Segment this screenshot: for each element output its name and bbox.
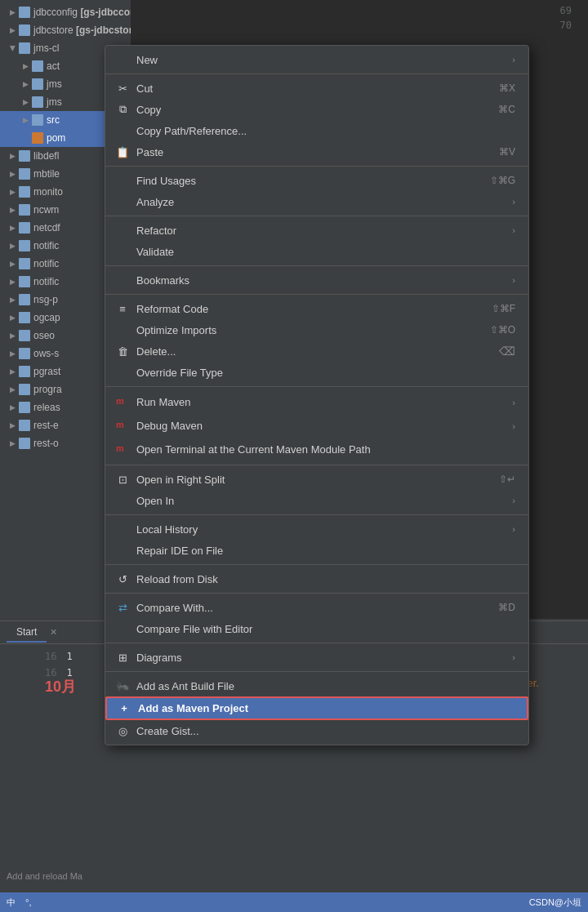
folder-icon — [19, 384, 30, 395]
menu-item-validate[interactable]: Validate — [105, 241, 528, 262]
status-degree: °, — [25, 897, 31, 907]
cut-shortcut: ⌘X — [499, 82, 515, 94]
ant-icon: 🐜 — [115, 680, 130, 692]
menu-item-bookmarks-label: Bookmarks — [136, 274, 506, 287]
status-zh: 中 — [7, 896, 16, 909]
paste-shortcut: ⌘V — [499, 146, 515, 158]
tree-label: notific — [33, 240, 59, 251]
maven-run-icon: m — [115, 394, 130, 410]
tree-label: netcdf — [33, 222, 60, 234]
menu-item-paste[interactable]: 📋 Paste ⌘V — [105, 141, 528, 162]
delete-icon: 🗑 — [115, 345, 130, 358]
folder-icon — [19, 42, 30, 54]
tree-arrow: ▶ — [10, 188, 16, 196]
menu-item-optimize[interactable]: Optimize Imports ⇧⌘O — [105, 319, 528, 340]
arrow-icon: › — [512, 421, 515, 431]
context-menu: New › ✂ Cut ⌘X ⧉ Copy ⌘C Copy Path/Refer… — [105, 45, 529, 745]
folder-icon — [19, 24, 30, 36]
folder-icon — [19, 240, 30, 251]
tree-label: oseo — [33, 330, 55, 341]
menu-item-new-label: New — [136, 54, 506, 66]
menu-item-creategist-label: Create Gist... — [136, 725, 515, 737]
menu-item-copy[interactable]: ⧉ Copy ⌘C — [105, 99, 528, 120]
menu-item-localhistory[interactable]: Local History › — [105, 518, 528, 540]
tree-arrow: ▶ — [10, 206, 16, 214]
folder-icon — [19, 222, 30, 234]
menu-item-override[interactable]: Override File Type — [105, 362, 528, 383]
tree-label: notific — [33, 276, 59, 287]
menu-item-cut[interactable]: ✂ Cut ⌘X — [105, 78, 528, 99]
tree-arrow: ▶ — [10, 242, 16, 250]
status-bar: 中 °, CSDN@小垣 — [0, 892, 588, 912]
tree-arrow: ▶ — [10, 26, 16, 34]
menu-item-cut-label: Cut — [136, 82, 473, 95]
menu-item-refactor-label: Refactor — [136, 225, 506, 237]
tree-label: jms — [47, 78, 62, 90]
tree-label: jms-cl — [33, 42, 59, 54]
arrow-icon: › — [512, 496, 515, 505]
menu-item-refactor[interactable]: Refactor › — [105, 220, 528, 241]
maven-add-icon: + — [117, 702, 131, 714]
menu-item-bookmarks[interactable]: Bookmarks › — [105, 269, 528, 291]
tree-item-jdbcstore[interactable]: ▶ jdbcstore [gs-jdbcstore] — [0, 21, 131, 39]
arrow-icon: › — [512, 225, 515, 235]
divider — [105, 216, 528, 216]
tree-item-jdbcconfig[interactable]: ▶ jdbcconfig [gs-jdbcconfig] — [0, 3, 131, 21]
tree-label: notific — [33, 258, 59, 269]
tree-label: mbtile — [33, 168, 60, 180]
optimize-shortcut: ⇧⌘O — [490, 324, 515, 336]
tree-label: nsg-p — [33, 294, 58, 305]
compare-shortcut: ⌘D — [498, 602, 515, 613]
menu-item-optimize-label: Optimize Imports — [136, 324, 464, 336]
copy-icon: ⧉ — [115, 103, 130, 116]
gist-icon: ◎ — [115, 725, 130, 737]
menu-item-findusages-label: Find Usages — [136, 175, 464, 187]
menu-item-openin[interactable]: Open In › — [105, 490, 528, 511]
folder-icon — [19, 402, 30, 413]
menu-item-comparewith[interactable]: ⇄ Compare With... ⌘D — [105, 597, 528, 618]
menu-item-openright[interactable]: ⊡ Open in Right Split ⇧↵ — [105, 469, 528, 490]
find-shortcut: ⇧⌘G — [490, 175, 515, 186]
menu-item-diagrams[interactable]: ⊞ Diagrams › — [105, 647, 528, 668]
tab-start[interactable]: Start — [7, 623, 47, 643]
menu-item-reformat[interactable]: ≡ Reformat Code ⇧⌘F — [105, 298, 528, 319]
menu-item-addant-label: Add as Ant Build File — [136, 680, 515, 692]
menu-item-reformat-label: Reformat Code — [136, 303, 466, 315]
tab-close-icon[interactable]: ✕ — [50, 627, 57, 638]
menu-item-delete[interactable]: 🗑 Delete... ⌫ — [105, 340, 528, 362]
bracket-label: [gs-jdbcstore] — [76, 24, 131, 36]
arrow-icon: › — [512, 652, 515, 662]
menu-item-addmaven-label: Add as Maven Project — [138, 702, 514, 714]
tree-arrow: ▶ — [23, 62, 29, 70]
tree-label: monito — [33, 186, 63, 198]
folder-icon — [32, 114, 43, 126]
menu-item-comparefile[interactable]: Compare File with Editor — [105, 618, 528, 639]
menu-item-analyze[interactable]: Analyze › — [105, 191, 528, 212]
split-icon: ⊡ — [115, 474, 130, 486]
folder-icon — [19, 150, 30, 162]
menu-item-creategist[interactable]: ◎ Create Gist... — [105, 720, 528, 741]
folder-icon — [19, 330, 30, 341]
tree-label: jdbcconfig [gs-jdbcconfig] — [33, 7, 131, 18]
folder-icon — [19, 294, 30, 305]
divider — [105, 294, 528, 295]
tree-label: jdbcstore [gs-jdbcstore] — [33, 24, 131, 36]
bracket-label: [gs-jdbcconfig] — [80, 7, 131, 18]
divider — [105, 514, 528, 515]
menu-item-repairide[interactable]: Repair IDE on File — [105, 540, 528, 561]
menu-item-addmaven[interactable]: + Add as Maven Project — [105, 696, 528, 720]
tree-arrow: ▶ — [10, 314, 16, 322]
menu-item-addant[interactable]: 🐜 Add as Ant Build File — [105, 675, 528, 696]
maven-terminal-icon: m — [115, 442, 130, 457]
tree-arrow: ▶ — [10, 349, 16, 358]
svg-text:m: m — [116, 420, 124, 429]
tree-label: jms — [47, 96, 62, 108]
menu-item-openterminal[interactable]: m Open Terminal at the Current Maven Mod… — [105, 438, 528, 461]
menu-item-copypath[interactable]: Copy Path/Reference... — [105, 120, 528, 141]
menu-item-reload[interactable]: ↺ Reload from Disk — [105, 568, 528, 589]
menu-item-debugmaven[interactable]: m Debug Maven › — [105, 414, 528, 438]
menu-item-findusages[interactable]: Find Usages ⇧⌘G — [105, 170, 528, 191]
menu-item-runmaven[interactable]: m Run Maven › — [105, 390, 528, 414]
tree-arrow: ▶ — [10, 403, 16, 412]
menu-item-new[interactable]: New › — [105, 49, 528, 70]
